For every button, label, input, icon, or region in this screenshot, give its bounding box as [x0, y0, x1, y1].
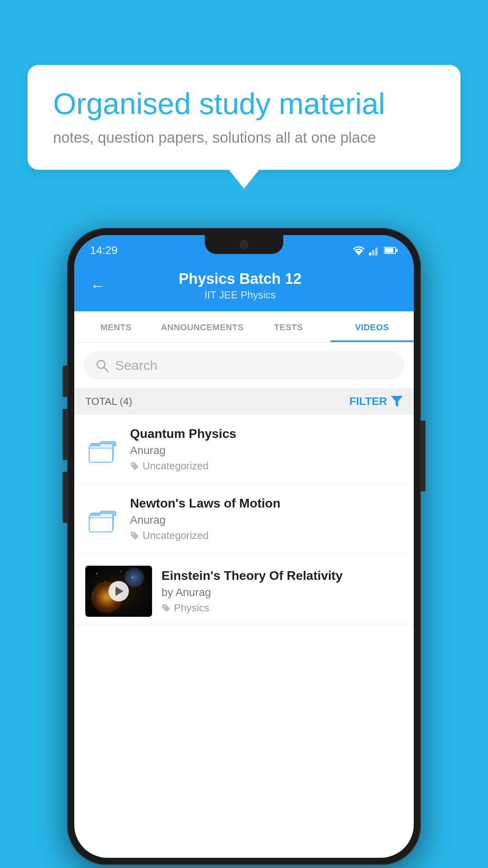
tabs-bar: MENTS ANNOUNCEMENTS TESTS VIDEOS — [74, 311, 414, 343]
wifi-icon — [352, 245, 365, 256]
video-tag-2: Uncategorized — [130, 530, 403, 542]
app-header: ← Physics Batch 12 IIT JEE Physics — [74, 262, 414, 311]
tab-tests[interactable]: TESTS — [247, 311, 330, 342]
video-tag-3: Physics — [161, 602, 403, 614]
video-author-2: Anurag — [130, 514, 403, 526]
phone-camera — [240, 240, 248, 249]
status-icons — [352, 245, 398, 256]
filter-icon — [391, 396, 403, 407]
play-triangle — [116, 587, 123, 596]
tab-announcements[interactable]: ANNOUNCEMENTS — [158, 311, 247, 342]
list-item[interactable]: Einstein's Theory Of Relativity by Anura… — [74, 554, 414, 625]
filter-button[interactable]: FILTER — [349, 395, 403, 408]
speech-bubble: Organised study material notes, question… — [28, 65, 460, 170]
batch-subtitle: IIT JEE Physics — [113, 289, 367, 301]
bubble-subtitle: notes, question papers, solutions all at… — [53, 129, 435, 146]
tab-videos[interactable]: VIDEOS — [330, 311, 414, 342]
svg-marker-9 — [391, 396, 403, 407]
filter-label: FILTER — [349, 395, 387, 408]
svg-point-14 — [97, 573, 98, 574]
tag-icon-2 — [130, 531, 139, 541]
header-title-area: Physics Batch 12 IIT JEE Physics — [113, 270, 367, 301]
batch-title: Physics Batch 12 — [113, 270, 367, 287]
folder-icon-wrap — [85, 432, 121, 467]
video-tag: Uncategorized — [130, 460, 403, 472]
svg-rect-1 — [369, 252, 371, 256]
battery-icon — [384, 246, 398, 255]
phone-button-left3 — [62, 472, 67, 523]
svg-point-18 — [140, 589, 141, 590]
svg-rect-2 — [372, 250, 374, 256]
search-icon — [95, 359, 109, 372]
list-item[interactable]: Newton's Laws of Motion Anurag Uncategor… — [74, 484, 414, 554]
video-info-2: Newton's Laws of Motion Anurag Uncategor… — [130, 496, 403, 542]
video-info-3: Einstein's Theory Of Relativity by Anura… — [161, 568, 403, 614]
video-thumbnail — [85, 566, 152, 617]
folder-icon-wrap-2 — [85, 501, 121, 537]
folder-icon — [88, 435, 118, 464]
video-author-3: by Anurag — [161, 586, 403, 599]
svg-rect-6 — [396, 249, 398, 252]
svg-rect-3 — [375, 248, 378, 256]
phone-button-left2 — [62, 409, 67, 460]
svg-point-19 — [93, 593, 94, 594]
phone-button-left1 — [62, 366, 67, 397]
svg-line-8 — [104, 368, 108, 371]
phone-notch — [205, 235, 283, 254]
video-title-2: Newton's Laws of Motion — [130, 496, 403, 511]
tag-icon-3 — [161, 603, 171, 613]
status-time: 14:29 — [90, 244, 117, 257]
video-title: Quantum Physics — [130, 427, 403, 441]
folder-icon-2 — [88, 504, 118, 534]
total-count: TOTAL (4) — [85, 395, 132, 408]
signal-icon — [369, 245, 380, 256]
list-item[interactable]: Quantum Physics Anurag Uncategorized — [74, 415, 414, 484]
back-button[interactable]: ← — [90, 278, 105, 294]
tab-ments[interactable]: MENTS — [74, 311, 158, 342]
search-bar[interactable]: Search — [84, 351, 404, 380]
search-container: Search — [74, 343, 414, 388]
filter-bar: TOTAL (4) FILTER — [74, 388, 414, 415]
tag-icon — [130, 462, 139, 471]
svg-point-17 — [132, 577, 133, 578]
phone-button-right — [421, 421, 426, 491]
svg-rect-5 — [385, 248, 393, 253]
phone-mockup: 14:29 — [67, 228, 421, 865]
video-list: Quantum Physics Anurag Uncategorized — [74, 415, 414, 625]
video-title-3: Einstein's Theory Of Relativity — [161, 568, 403, 583]
video-info: Quantum Physics Anurag Uncategorized — [130, 427, 403, 472]
play-button[interactable] — [108, 581, 129, 601]
search-placeholder: Search — [115, 358, 158, 373]
svg-point-15 — [120, 571, 121, 572]
svg-point-16 — [105, 581, 105, 582]
svg-marker-0 — [355, 251, 363, 256]
bubble-title: Organised study material — [53, 86, 435, 121]
video-author: Anurag — [130, 444, 403, 457]
